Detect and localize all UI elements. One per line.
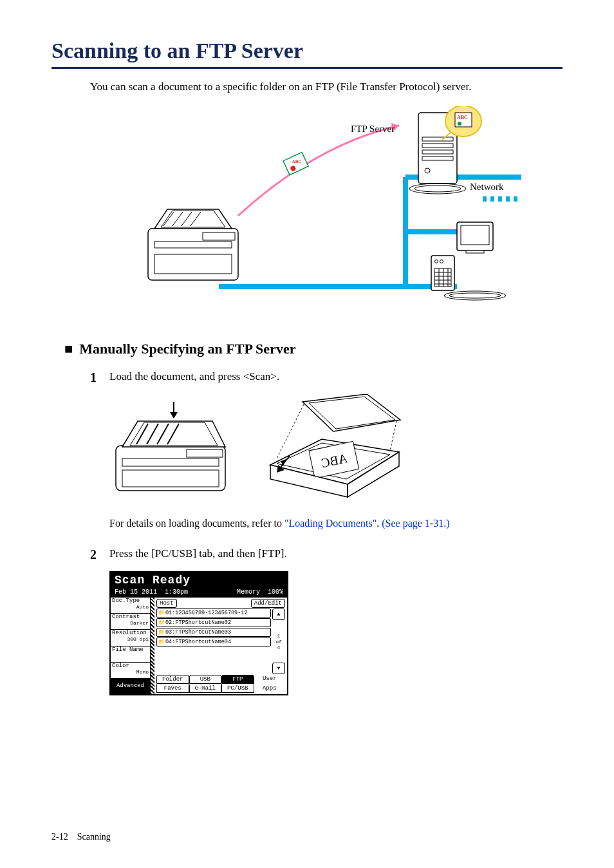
svg-rect-6 bbox=[154, 241, 232, 248]
svg-point-23 bbox=[409, 184, 466, 194]
scroll-up-button[interactable]: ▲ bbox=[272, 609, 285, 620]
bullet-icon: ■ bbox=[64, 341, 73, 357]
mfp-adf-illustration bbox=[109, 394, 238, 506]
advanced-button[interactable]: Advanced bbox=[111, 679, 150, 694]
display-left-column: Doc.TypeAuto ContrastDarker Resolution30… bbox=[111, 598, 151, 694]
tab-apps[interactable]: Apps bbox=[254, 684, 286, 693]
doctype-button[interactable]: Doc.TypeAuto bbox=[111, 598, 150, 614]
see-page-link[interactable]: (See page 1-31.) bbox=[382, 518, 449, 529]
svg-point-24 bbox=[414, 185, 461, 192]
ftp-entry-icon: 📁 bbox=[158, 610, 165, 616]
tab-pcusb[interactable]: PC/USB bbox=[221, 684, 254, 693]
svg-point-44 bbox=[449, 293, 501, 298]
svg-rect-2 bbox=[498, 196, 502, 202]
step-1: 1 Load the document, and press <Scan>. bbox=[90, 370, 563, 385]
svg-rect-0 bbox=[514, 196, 517, 202]
page-title: Scanning to an FTP Server bbox=[51, 39, 563, 69]
platen-illustration: ABC bbox=[264, 394, 405, 506]
host-button[interactable]: Host bbox=[156, 599, 177, 608]
tab-user[interactable]: User bbox=[254, 675, 286, 684]
step-2: 2 Press the [PC/USB] tab, and then [FTP]… bbox=[90, 547, 563, 562]
tab-folder[interactable]: Folder bbox=[156, 675, 189, 684]
svg-rect-46 bbox=[122, 458, 219, 466]
step-text: Load the document, and press <Scan>. bbox=[109, 370, 279, 383]
svg-rect-30 bbox=[461, 225, 489, 245]
ftp-entry-icon: 📁 bbox=[158, 639, 165, 645]
tab-usb[interactable]: USB bbox=[189, 675, 222, 684]
tab-faves[interactable]: Faves bbox=[156, 684, 189, 693]
step-text: Press the [PC/USB] tab, and then [FTP]. bbox=[109, 547, 287, 560]
svg-rect-3 bbox=[490, 196, 494, 202]
svg-text:ABC: ABC bbox=[292, 159, 302, 164]
list-item[interactable]: 📁03:FTPShortcutName03 bbox=[156, 628, 271, 637]
svg-marker-53 bbox=[170, 412, 178, 419]
step-num: 1 bbox=[90, 370, 107, 385]
intro-text: You can scan a document to a specific fo… bbox=[90, 80, 563, 93]
filename-button[interactable]: File Name bbox=[111, 646, 150, 663]
mfp-icon bbox=[148, 209, 238, 280]
svg-rect-48 bbox=[187, 449, 223, 457]
list-item[interactable]: 📁04:FTPShortcutName04 bbox=[156, 637, 271, 646]
resolution-button[interactable]: Resolution300 dpi bbox=[111, 630, 150, 646]
ftp-server-label: FTP Server bbox=[351, 124, 395, 134]
section-heading: ■Manually Specifying an FTP Server bbox=[64, 341, 563, 357]
ftp-entry-icon: 📁 bbox=[158, 629, 165, 635]
svg-line-55 bbox=[390, 421, 396, 451]
svg-point-28 bbox=[458, 122, 461, 126]
display-title: Scan Ready bbox=[111, 572, 287, 588]
add-edit-button[interactable]: Add/Edit bbox=[251, 599, 285, 608]
ftp-entry-icon: 📁 bbox=[158, 619, 165, 625]
device-display: Scan Ready Feb 15 2011 1:30pm Memory 100… bbox=[109, 571, 288, 695]
svg-rect-4 bbox=[483, 196, 487, 202]
loading-documents-link[interactable]: "Loading Documents" bbox=[284, 518, 377, 529]
svg-point-43 bbox=[444, 291, 506, 300]
page-footer: 2-12 Scanning bbox=[51, 832, 111, 842]
step1-caption: For details on loading documents, refer … bbox=[109, 518, 563, 529]
network-diagram: Network ABC bbox=[109, 106, 563, 321]
svg-rect-8 bbox=[203, 232, 235, 240]
network-label: Network bbox=[470, 182, 504, 192]
svg-rect-47 bbox=[122, 470, 219, 487]
step-num: 2 bbox=[90, 547, 107, 562]
color-button[interactable]: ColorMono bbox=[111, 663, 150, 679]
scroll-down-button[interactable]: ▼ bbox=[272, 663, 285, 674]
list-item[interactable]: 📁01:123456789-123456789-12 bbox=[156, 609, 271, 618]
svg-text:ABC: ABC bbox=[457, 115, 468, 120]
display-status-bar: Feb 15 2011 1:30pm Memory 100% bbox=[111, 588, 287, 598]
contrast-button[interactable]: ContrastDarker bbox=[111, 614, 150, 630]
tab-email[interactable]: e-mail bbox=[189, 684, 222, 693]
svg-rect-1 bbox=[506, 196, 510, 202]
page-indicator: 1 of 4 bbox=[272, 620, 285, 663]
svg-rect-31 bbox=[466, 250, 484, 253]
list-item[interactable]: 📁02:FTPShortcutName02 bbox=[156, 618, 271, 627]
svg-rect-7 bbox=[154, 254, 232, 274]
tab-ftp[interactable]: FTP bbox=[221, 675, 254, 684]
